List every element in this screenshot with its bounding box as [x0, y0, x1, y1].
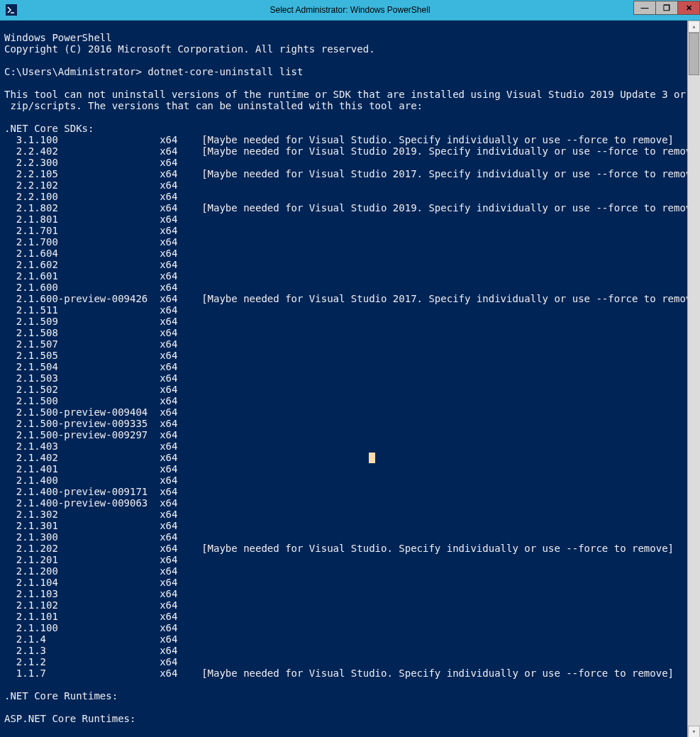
vertical-scrollbar[interactable]: ▴ ▾ — [687, 21, 700, 737]
close-button[interactable]: ✕ — [677, 1, 700, 15]
scroll-thumb[interactable] — [689, 33, 699, 75]
window-controls: — ❐ ✕ — [634, 0, 700, 20]
text-cursor — [369, 453, 375, 463]
scroll-down-button[interactable]: ▾ — [688, 726, 700, 737]
minimize-button[interactable]: — — [633, 1, 656, 15]
maximize-button[interactable]: ❐ — [655, 1, 678, 15]
powershell-icon — [4, 3, 18, 17]
terminal-output[interactable]: Windows PowerShell Copyright (C) 2016 Mi… — [0, 31, 687, 728]
window-titlebar[interactable]: Select Administrator: Windows PowerShell… — [0, 0, 700, 21]
scroll-up-button[interactable]: ▴ — [688, 21, 700, 33]
window-title: Select Administrator: Windows PowerShell — [270, 5, 430, 15]
